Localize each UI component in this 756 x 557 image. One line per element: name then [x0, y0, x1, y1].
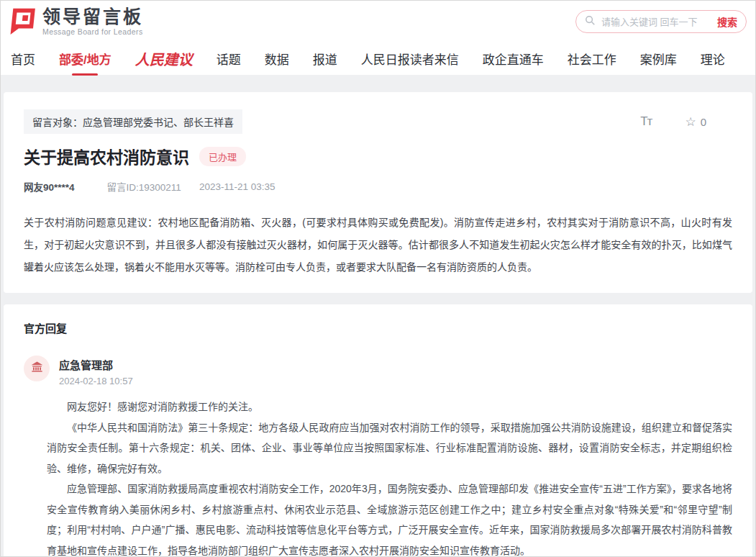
- nav-item-home[interactable]: 首页: [11, 50, 35, 68]
- nav-item-reader-letters[interactable]: 人民日报读者来信: [361, 50, 459, 68]
- search-button[interactable]: 搜索: [717, 14, 737, 29]
- main-nav: 首页 部委/地方 人民建议 话题 数据 报道 人民日报读者来信 政企直通车 社会…: [1, 42, 755, 75]
- reply-paragraph: 网友您好！感谢您对消防救援工作的关注。: [47, 397, 732, 417]
- reply-section-title: 官方回复: [24, 320, 732, 335]
- reply-datetime: 2024-02-18 10:57: [59, 376, 133, 386]
- top-header: 领导留言板 Message Board for Leaders 搜索: [1, 1, 755, 42]
- star-icon: ☆: [685, 114, 696, 130]
- nav-item-people-suggestions-logo[interactable]: 人民建议: [135, 48, 193, 69]
- search-icon: [585, 15, 596, 29]
- page: { "header": { "logo_title": "领导留言板", "lo…: [0, 0, 756, 557]
- reply-agency-name: 应急管理部: [59, 356, 133, 372]
- nav-item-data[interactable]: 数据: [265, 50, 289, 68]
- font-size-toggle-icon[interactable]: Tт: [640, 114, 652, 129]
- nav-item-ministries-regions[interactable]: 部委/地方: [59, 50, 111, 68]
- message-target-tag: 留言对象：应急管理部党委书记、部长王祥喜: [24, 109, 242, 134]
- nav-item-theory[interactable]: 理论: [701, 50, 725, 68]
- reply-body: 网友您好！感谢您对消防救援工作的关注。 《中华人民共和国消防法》第三十条规定：地…: [47, 397, 732, 557]
- search-box[interactable]: 搜索: [575, 10, 747, 33]
- star-count: 0: [701, 116, 706, 128]
- favorite-control[interactable]: ☆ 0: [685, 114, 706, 130]
- avatar: [24, 356, 50, 381]
- status-badge: 已办理: [199, 147, 246, 166]
- nav-item-gov-enterprise[interactable]: 政企直通车: [483, 50, 544, 68]
- logo-subtitle: Message Board for Leaders: [42, 27, 143, 36]
- message-datetime: 2023-11-21 03:35: [199, 181, 275, 192]
- site-logo[interactable]: 领导留言板 Message Board for Leaders: [6, 5, 143, 38]
- nav-item-topics[interactable]: 话题: [217, 50, 241, 68]
- official-reply-card: 官方回复 应急管理部 2024-02-18 10:57 网友您好！感谢您对消防救…: [4, 304, 752, 557]
- reply-paragraph: 《中华人民共和国消防法》第三十条规定：地方各级人民政府应当加强对农村消防工作的领…: [47, 417, 732, 479]
- nav-item-social-work[interactable]: 社会工作: [568, 50, 616, 68]
- message-card: 留言对象：应急管理部党委书记、部长王祥喜 Tт ☆ 0 关于提高农村消防意识 已…: [4, 92, 752, 293]
- message-author: 网友90****4: [24, 179, 75, 194]
- reply-paragraph: 应急管理部、国家消防救援局高度重视农村消防安全工作，2020年3月，国务院安委办…: [47, 479, 732, 557]
- government-building-icon: [30, 361, 44, 377]
- logo-speech-bubble-icon: [6, 5, 37, 38]
- nav-item-reports[interactable]: 报道: [313, 50, 337, 68]
- nav-item-case-library[interactable]: 案例库: [640, 50, 677, 68]
- message-id: 留言ID:19300211: [107, 179, 181, 194]
- search-input[interactable]: [601, 17, 711, 27]
- message-body: 关于农村消防问题意见建议：农村地区配备消防箱、灭火器，(可要求村具体购买或免费配…: [24, 212, 732, 278]
- logo-title: 领导留言板: [42, 7, 143, 27]
- message-title: 关于提高农村消防意识: [24, 144, 189, 168]
